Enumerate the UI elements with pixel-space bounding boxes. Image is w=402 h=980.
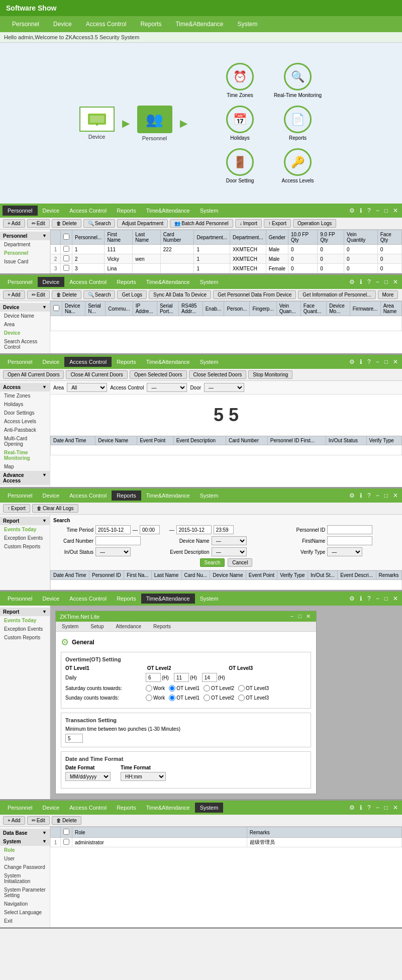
s-minimize-icon[interactable]: − bbox=[374, 803, 381, 812]
d-maximize-icon[interactable]: □ bbox=[383, 277, 389, 286]
sidebar-change-password[interactable]: Change Password bbox=[0, 863, 50, 871]
popup-menu-attendance[interactable]: Attendance bbox=[110, 622, 147, 631]
pnav-device[interactable]: Device bbox=[38, 206, 65, 216]
ac-expand-icon[interactable]: ▼ bbox=[42, 384, 47, 390]
sidebar-exception[interactable]: Exception Events bbox=[0, 534, 50, 542]
d-help-icon[interactable]: ? bbox=[366, 277, 372, 286]
dnav-personnel[interactable]: Personnel bbox=[3, 277, 38, 287]
d-info-icon[interactable]: ℹ bbox=[358, 277, 364, 286]
anav-personnel[interactable]: Personnel bbox=[3, 357, 38, 367]
popup-maximize[interactable]: □ bbox=[298, 613, 301, 619]
adv-expand-icon[interactable]: ▼ bbox=[42, 472, 47, 483]
dnav-device[interactable]: Device bbox=[38, 277, 65, 287]
rnav-personnel[interactable]: Personnel bbox=[3, 491, 38, 501]
pnav-access[interactable]: Access Control bbox=[64, 206, 112, 216]
d-settings-icon[interactable]: ⚙ bbox=[348, 277, 356, 286]
anav-time[interactable]: Time&Attendance bbox=[141, 357, 195, 367]
popup-menu-setup[interactable]: Setup bbox=[84, 622, 110, 631]
sidebar-exit[interactable]: Exit bbox=[0, 917, 50, 925]
rnav-device[interactable]: Device bbox=[38, 491, 65, 501]
nav-device[interactable]: Device bbox=[46, 18, 79, 31]
inout-select[interactable]: — bbox=[95, 547, 131, 556]
r-help-icon[interactable]: ? bbox=[366, 491, 372, 500]
verify-type-select[interactable]: — bbox=[327, 547, 362, 556]
open-all-btn[interactable]: Open All Current Doors bbox=[3, 370, 64, 379]
snav-access[interactable]: Access Control bbox=[64, 803, 112, 813]
sidebar-navigation[interactable]: Navigation bbox=[0, 900, 50, 908]
s-info-icon[interactable]: ℹ bbox=[358, 803, 364, 812]
s-delete-btn[interactable]: 🗑Delete bbox=[52, 816, 81, 825]
snav-device[interactable]: Device bbox=[38, 803, 65, 813]
dnav-reports[interactable]: Reports bbox=[112, 277, 141, 287]
delete-btn[interactable]: 🗑Delete bbox=[52, 219, 81, 228]
pnav-personnel[interactable]: Personnel bbox=[3, 206, 38, 216]
r-close-icon[interactable]: ✕ bbox=[391, 491, 399, 500]
a-maximize-icon[interactable]: □ bbox=[383, 357, 389, 366]
batch-add-btn[interactable]: 👥Batch Add Personnel bbox=[170, 219, 233, 228]
card-number-input[interactable] bbox=[95, 536, 141, 545]
a-help-icon[interactable]: ? bbox=[366, 357, 372, 366]
device-name-select[interactable]: — bbox=[212, 536, 247, 545]
d-search-btn[interactable]: 🔍Search bbox=[83, 290, 116, 299]
get-info-btn[interactable]: Get Information of Personnel... bbox=[298, 290, 375, 299]
add-btn[interactable]: +Add bbox=[3, 219, 25, 228]
t-close-icon[interactable]: ✕ bbox=[391, 594, 399, 603]
ta-exception[interactable]: Exception Events bbox=[0, 625, 50, 633]
sidebar-time-zones[interactable]: Time Zones bbox=[0, 391, 50, 400]
popup-minimize[interactable]: − bbox=[290, 613, 293, 619]
t-info-icon[interactable]: ℹ bbox=[358, 594, 364, 603]
area-select[interactable]: All bbox=[67, 383, 107, 392]
tnav-device[interactable]: Device bbox=[38, 594, 65, 604]
rnav-reports[interactable]: Reports bbox=[112, 491, 141, 501]
door-select[interactable]: — bbox=[204, 383, 244, 392]
pnav-system[interactable]: System bbox=[195, 206, 224, 216]
r-info-icon[interactable]: ℹ bbox=[358, 491, 364, 500]
sidebar-door-settings[interactable]: Door Settings bbox=[0, 409, 50, 417]
minimize-icon[interactable]: − bbox=[374, 206, 381, 215]
row-checkbox[interactable] bbox=[63, 255, 69, 261]
tnav-system[interactable]: System bbox=[195, 594, 224, 604]
popup-close[interactable]: ✕ bbox=[306, 613, 311, 619]
rnav-system[interactable]: System bbox=[195, 491, 224, 501]
s-expand1-icon[interactable]: ▼ bbox=[42, 830, 47, 836]
d-add-btn[interactable]: +Add bbox=[3, 290, 25, 299]
settings-icon[interactable]: ⚙ bbox=[348, 206, 356, 215]
anav-system[interactable]: System bbox=[195, 357, 224, 367]
s-help-icon[interactable]: ? bbox=[366, 803, 372, 812]
tnav-reports[interactable]: Reports bbox=[112, 594, 141, 604]
snav-reports[interactable]: Reports bbox=[112, 803, 141, 813]
sidebar-map[interactable]: Map bbox=[0, 462, 50, 471]
first-name-input[interactable] bbox=[327, 536, 372, 545]
d-expand-icon[interactable]: ▼ bbox=[42, 305, 47, 310]
sidebar-department[interactable]: Department bbox=[0, 240, 50, 249]
r-minimize-icon[interactable]: − bbox=[374, 491, 381, 500]
edit-btn[interactable]: ✏Edit bbox=[27, 219, 50, 228]
d-minimize-icon[interactable]: − bbox=[374, 277, 381, 286]
search-cancel-btn[interactable]: Cancel bbox=[228, 558, 252, 567]
t-minimize-icon[interactable]: − bbox=[374, 594, 381, 603]
d-select-all[interactable] bbox=[53, 305, 59, 311]
row-checkbox[interactable] bbox=[63, 839, 69, 845]
sidebar-issue-card[interactable]: Issue Card bbox=[0, 257, 50, 266]
r-expand-icon[interactable]: ▼ bbox=[42, 518, 47, 524]
sidebar-sys-param[interactable]: System Parameter Setting bbox=[0, 886, 50, 900]
close-icon[interactable]: ✕ bbox=[391, 206, 399, 215]
anav-reports[interactable]: Reports bbox=[112, 357, 141, 367]
time-format-select[interactable]: HH:mm bbox=[121, 772, 166, 781]
import-btn[interactable]: ↓Import bbox=[235, 219, 262, 228]
s-settings-icon[interactable]: ⚙ bbox=[348, 803, 356, 812]
d-delete-btn[interactable]: 🗑Delete bbox=[52, 290, 81, 299]
daily-input-3[interactable] bbox=[202, 673, 217, 682]
close-all-btn[interactable]: Close All Current Doors bbox=[66, 370, 127, 379]
ta-expand-icon[interactable]: ▼ bbox=[42, 609, 47, 615]
get-from-device-btn[interactable]: Get Personnel Data From Device bbox=[213, 290, 296, 299]
tnav-time[interactable]: Time&Attendance bbox=[141, 594, 195, 604]
a-close-icon[interactable]: ✕ bbox=[391, 357, 399, 366]
s-add-btn[interactable]: +Add bbox=[3, 816, 25, 825]
r-maximize-icon[interactable]: □ bbox=[383, 491, 389, 500]
sidebar-holidays[interactable]: Holidays bbox=[0, 400, 50, 409]
sync-all-btn[interactable]: Sync All Data To Device bbox=[149, 290, 211, 299]
t-maximize-icon[interactable]: □ bbox=[383, 594, 389, 603]
s-edit-btn[interactable]: ✏Edit bbox=[27, 816, 50, 825]
sidebar-search-ac[interactable]: Search Access Control bbox=[0, 337, 50, 351]
